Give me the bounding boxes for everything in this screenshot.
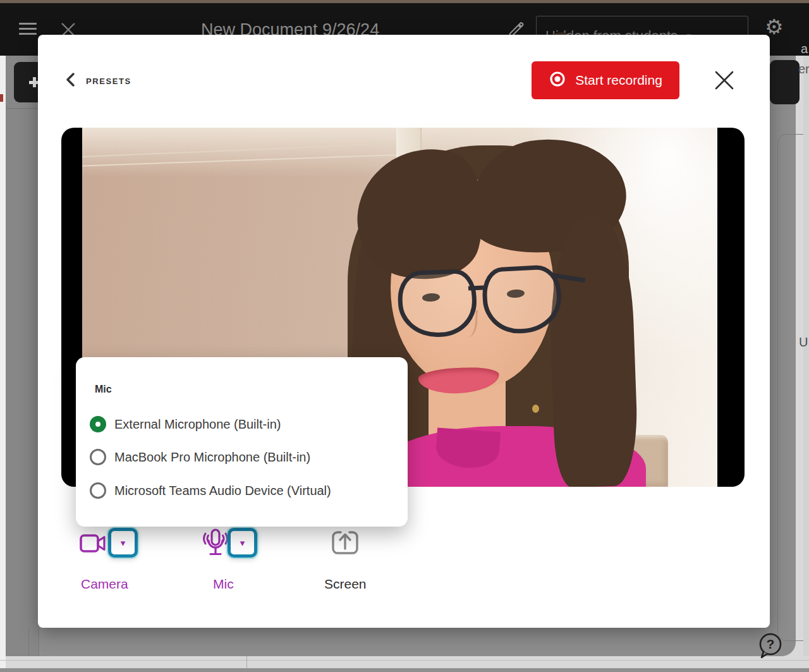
camera-toggle-button[interactable] — [80, 534, 106, 556]
mic-device-dropdown[interactable]: ▾ — [228, 528, 257, 558]
svg-text:?: ? — [767, 637, 775, 651]
mic-icon — [200, 528, 231, 559]
page-bottom-strip — [0, 668, 809, 672]
camera-label[interactable]: Camera — [81, 577, 128, 592]
accent-notch — [0, 94, 3, 102]
mic-option-teams[interactable]: Microsoft Teams Audio Device (Virtual) — [90, 480, 393, 501]
mic-option-external[interactable]: External Microphone (Built-in) — [90, 413, 393, 435]
hamburger-menu-icon[interactable] — [19, 23, 37, 37]
radio-unselected-icon[interactable] — [90, 482, 106, 499]
gear-icon[interactable]: ⚙ — [765, 16, 784, 37]
plus-icon — [33, 77, 36, 87]
page-scrollbar — [803, 56, 809, 656]
page-left-edge — [0, 56, 6, 672]
chevron-down-icon: ▾ — [121, 538, 126, 547]
camera-icon — [80, 534, 106, 554]
divider — [6, 108, 39, 109]
chevron-down-icon: ▾ — [240, 538, 245, 547]
background-button-fragment — [770, 60, 800, 104]
mic-menu-title: Mic — [95, 384, 112, 395]
divider — [246, 656, 247, 668]
screen-share-button[interactable] — [331, 529, 360, 559]
divider — [28, 629, 29, 656]
radio-unselected-icon[interactable] — [90, 449, 106, 465]
camera-device-dropdown[interactable]: ▾ — [108, 528, 138, 558]
start-recording-label: Start recording — [575, 73, 662, 88]
start-recording-button[interactable]: Start recording — [532, 61, 679, 99]
mic-option-macbook[interactable]: MacBook Pro Microphone (Built-in) — [90, 446, 393, 468]
clipped-text-fragment: a — [801, 42, 809, 56]
chevron-left-icon — [66, 73, 75, 89]
presets-label: PRESETS — [86, 76, 131, 86]
mic-label[interactable]: Mic — [213, 577, 234, 592]
help-button[interactable]: ? — [757, 632, 784, 660]
radio-selected-icon[interactable] — [90, 416, 106, 432]
mic-toggle-button[interactable] — [200, 528, 231, 562]
mic-device-menu: Mic External Microphone (Built-in) MacBo… — [76, 357, 408, 527]
divider — [0, 660, 809, 661]
collapsed-left-panel — [6, 56, 39, 656]
presets-back-button[interactable]: PRESETS — [66, 73, 131, 89]
screen-share-icon — [331, 529, 360, 557]
recording-modal: PRESETS Start recording — [38, 35, 770, 628]
clipped-text-fragment: er — [798, 62, 809, 76]
close-modal-button[interactable] — [712, 68, 737, 93]
clipped-text-fragment: U — [799, 335, 808, 350]
record-icon — [549, 70, 566, 90]
screen-label[interactable]: Screen — [324, 577, 367, 592]
